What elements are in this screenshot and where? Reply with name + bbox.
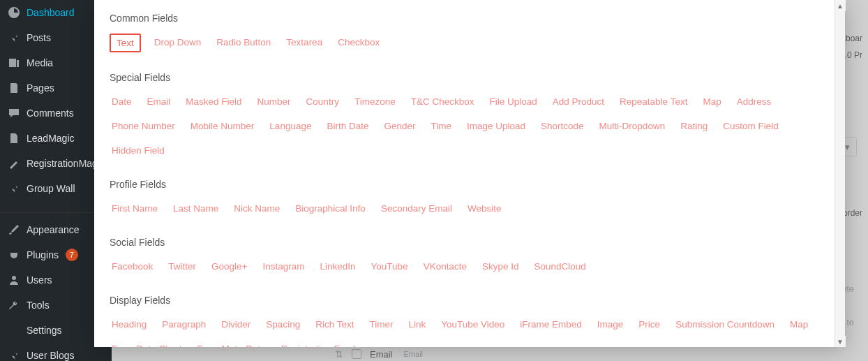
field-option-secondary-email[interactable]: Secondary Email [379, 200, 454, 217]
field-option-linkedin[interactable]: LinkedIn [318, 258, 358, 275]
field-option-submission-countdown[interactable]: Submission Countdown [673, 316, 777, 333]
field-option-instagram[interactable]: Instagram [260, 258, 306, 275]
field-option-skype-id[interactable]: Skype Id [480, 258, 521, 275]
field-option-multi-dropdown[interactable]: Multi-Dropdown [597, 117, 668, 135]
field-option-website[interactable]: Website [465, 200, 504, 217]
sidebar-item-label: LeadMagic [27, 133, 75, 144]
field-option-timer[interactable]: Timer [367, 316, 395, 333]
field-option-add-product[interactable]: Add Product [551, 93, 606, 110]
section-title: Social Fields [110, 237, 820, 248]
field-option-email[interactable]: Email [145, 93, 173, 110]
field-option-spacing[interactable]: Spacing [264, 316, 302, 333]
field-option-youtube-video[interactable]: YouTube Video [439, 316, 507, 333]
sidebar-item-label: Plugins [27, 249, 59, 260]
dashboard-icon [7, 6, 21, 20]
field-option-birth-date[interactable]: Birth Date [324, 117, 371, 135]
field-option-iframe-embed[interactable]: iFrame Embed [518, 316, 584, 333]
plug-icon [7, 248, 21, 262]
field-option-link[interactable]: Link [406, 316, 428, 333]
field-option-rich-text[interactable]: Rich Text [313, 316, 356, 333]
field-option-paragraph[interactable]: Paragraph [160, 316, 208, 333]
field-option-gender[interactable]: Gender [382, 117, 417, 135]
field-option-google-[interactable]: Google+ [209, 258, 249, 275]
field-list: TextDrop DownRadio ButtonTextareaCheckbo… [110, 34, 820, 52]
field-option-map[interactable]: Map [701, 93, 723, 110]
field-option-hidden-field[interactable]: Hidden Field [110, 142, 167, 159]
field-option-image[interactable]: Image [595, 316, 626, 333]
field-option-file-upload[interactable]: File Upload [487, 93, 539, 110]
field-list: DateEmailMasked FieldNumberCountryTimezo… [110, 93, 820, 159]
sidebar-item-label: Tools [27, 300, 50, 311]
field-option-mobile-number[interactable]: Mobile Number [188, 117, 257, 135]
sidebar-item-label: Pages [27, 82, 54, 94]
field-option-form-meta-data[interactable]: Form Meta-Data [195, 340, 268, 347]
modal-body: Common FieldsTextDrop DownRadio ButtonTe… [94, 0, 834, 347]
field-picker-modal: Common FieldsTextDrop DownRadio ButtonTe… [94, 0, 845, 347]
field-option-map[interactable]: Map [788, 316, 810, 333]
media-icon [7, 56, 21, 70]
field-option-country[interactable]: Country [304, 93, 341, 110]
field-option-divider[interactable]: Divider [219, 316, 253, 333]
field-option-price[interactable]: Price [636, 316, 662, 333]
field-option-address[interactable]: Address [735, 93, 774, 110]
field-option-soundcloud[interactable]: SoundCloud [532, 258, 588, 275]
sidebar-item-label: Group Wall [27, 183, 75, 194]
field-option-youtube[interactable]: YouTube [369, 258, 410, 275]
sidebar-badge: 7 [66, 249, 78, 261]
section-title: Special Fields [110, 72, 820, 83]
scroll-down-button[interactable]: ▼ [835, 336, 846, 347]
section-title: Profile Fields [110, 179, 820, 190]
field-option-drop-down[interactable]: Drop Down [152, 34, 204, 52]
field-list: FacebookTwitterGoogle+InstagramLinkedInY… [110, 258, 820, 275]
field-option-language[interactable]: Language [267, 117, 313, 135]
sidebar-item-label: Appearance [27, 224, 80, 235]
field-list: HeadingParagraphDividerSpacingRich TextT… [110, 316, 820, 347]
field-option-t-c-checkbox[interactable]: T&C Checkbox [409, 93, 477, 110]
field-option-vkontacte[interactable]: VKontacte [421, 258, 469, 275]
field-option-rating[interactable]: Rating [678, 117, 710, 135]
field-option-phone-number[interactable]: Phone Number [110, 117, 177, 135]
field-option-registration-feed[interactable]: Registration Feed [279, 340, 358, 347]
pin-icon [7, 348, 21, 361]
field-section: Special FieldsDateEmailMasked FieldNumbe… [110, 72, 820, 159]
pin-icon [7, 31, 21, 45]
sidebar-item-label: Comments [27, 108, 74, 119]
field-option-form-data-chart[interactable]: Form Data Chart [110, 340, 184, 347]
sidebar-item-label: Users [27, 274, 52, 286]
field-option-last-name[interactable]: Last Name [171, 200, 220, 217]
wand-icon [7, 156, 21, 170]
field-option-number[interactable]: Number [255, 93, 293, 110]
field-option-heading[interactable]: Heading [110, 316, 149, 333]
field-option-shortcode[interactable]: Shortcode [539, 117, 586, 135]
field-option-biographical-info[interactable]: Biographical Info [293, 200, 368, 217]
field-option-checkbox[interactable]: Checkbox [336, 34, 382, 52]
pin-icon [7, 182, 21, 196]
field-option-timezone[interactable]: Timezone [352, 93, 398, 110]
doc-icon [7, 131, 21, 145]
section-title: Display Fields [110, 295, 820, 306]
field-option-radio-button[interactable]: Radio Button [214, 34, 273, 52]
user-icon [7, 273, 21, 287]
sidebar-item-label: RegistrationMagic [27, 158, 105, 169]
field-option-first-name[interactable]: First Name [110, 200, 160, 217]
field-option-image-upload[interactable]: Image Upload [465, 117, 527, 135]
field-option-text[interactable]: Text [110, 34, 141, 52]
field-list: First NameLast NameNick NameBiographical… [110, 200, 820, 217]
field-option-date[interactable]: Date [110, 93, 134, 110]
field-section: Social FieldsFacebookTwitterGoogle+Insta… [110, 237, 820, 275]
modal-scrollbar[interactable]: ▲ ▼ [834, 0, 845, 347]
field-option-custom-field[interactable]: Custom Field [721, 117, 781, 135]
section-title: Common Fields [110, 13, 820, 24]
comment-icon [7, 106, 21, 120]
field-section: Common FieldsTextDrop DownRadio ButtonTe… [110, 13, 820, 52]
sidebar-item-label: Posts [27, 32, 51, 43]
field-option-textarea[interactable]: Textarea [284, 34, 324, 52]
field-option-twitter[interactable]: Twitter [166, 258, 198, 275]
field-option-facebook[interactable]: Facebook [110, 258, 155, 275]
scroll-up-button[interactable]: ▲ [835, 0, 846, 11]
field-option-nick-name[interactable]: Nick Name [232, 200, 282, 217]
field-option-repeatable-text[interactable]: Repeatable Text [618, 93, 689, 110]
field-option-masked-field[interactable]: Masked Field [184, 93, 244, 110]
field-section: Profile FieldsFirst NameLast NameNick Na… [110, 179, 820, 217]
field-option-time[interactable]: Time [429, 117, 454, 135]
